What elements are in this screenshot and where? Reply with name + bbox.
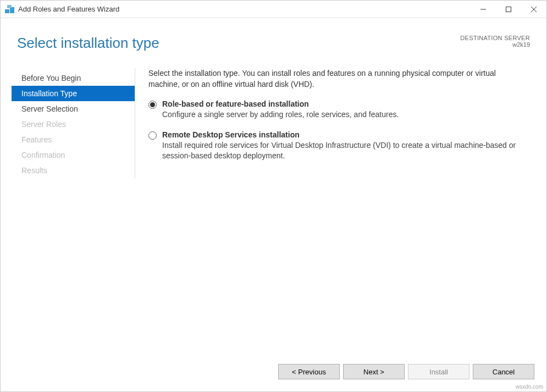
svg-rect-0 [5, 9, 9, 13]
destination-server: w2k19 [460, 41, 530, 48]
watermark: wsxdn.com [516, 384, 543, 390]
page-title: Select installation type [17, 35, 159, 52]
install-option-1[interactable]: Remote Desktop Services installationInst… [148, 130, 526, 162]
window-controls [471, 1, 546, 18]
next-button[interactable]: Next > [343, 364, 405, 379]
option-title: Role-based or feature-based installation [162, 100, 399, 108]
nav-item-server-selection[interactable]: Server Selection [12, 101, 135, 117]
title-bar: Add Roles and Features Wizard [1, 1, 546, 18]
destination-label: DESTINATION SERVER [460, 35, 530, 41]
wizard-content: Select the installation type. You can in… [135, 68, 530, 178]
nav-item-server-roles: Server Roles [12, 117, 135, 132]
destination-info: DESTINATION SERVER w2k19 [460, 35, 530, 52]
option-title: Remote Desktop Services installation [162, 130, 526, 139]
install-button[interactable]: Install [408, 364, 469, 379]
cancel-button[interactable]: Cancel [473, 364, 534, 379]
install-option-0[interactable]: Role-based or feature-based installation… [148, 100, 526, 120]
window-title: Add Roles and Features Wizard [18, 5, 471, 13]
radio-icon[interactable] [148, 101, 157, 109]
maximize-button[interactable] [496, 1, 521, 18]
close-button[interactable] [521, 1, 546, 18]
wizard-header: Select installation type DESTINATION SER… [1, 18, 546, 57]
wizard-footer: < Previous Next > Install Cancel [278, 364, 534, 379]
radio-icon[interactable] [148, 131, 157, 140]
previous-button[interactable]: < Previous [278, 364, 340, 379]
minimize-button[interactable] [471, 1, 496, 18]
svg-rect-4 [506, 7, 511, 12]
intro-text: Select the installation type. You can in… [148, 68, 526, 90]
option-desc: Configure a single server by adding role… [162, 109, 399, 120]
nav-item-installation-type[interactable]: Installation Type [12, 86, 135, 101]
server-manager-icon [5, 5, 15, 14]
nav-item-before-you-begin[interactable]: Before You Begin [12, 70, 135, 86]
nav-item-features: Features [12, 132, 135, 147]
option-desc: Install required role services for Virtu… [162, 140, 526, 162]
wizard-sidebar: Before You BeginInstallation TypeServer … [12, 68, 135, 178]
nav-item-results: Results [12, 163, 135, 178]
svg-rect-2 [7, 5, 12, 8]
nav-item-confirmation: Confirmation [12, 147, 135, 163]
